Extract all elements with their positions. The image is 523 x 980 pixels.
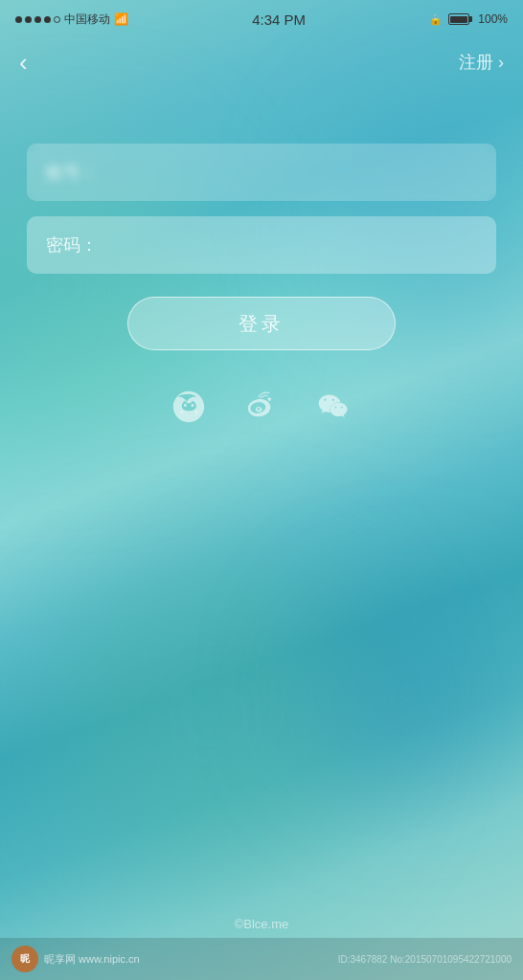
svg-point-1: [192, 404, 194, 408]
watermark-bar: 昵 昵享网 www.nipic.cn ID:3467882 No:2015070…: [0, 938, 523, 980]
wechat-login-button[interactable]: [312, 385, 356, 429]
battery-icon: [448, 13, 472, 25]
footer: ©Blce.me: [0, 915, 523, 932]
qq-icon: [171, 390, 206, 424]
login-btn-wrapper: 登录: [27, 297, 496, 350]
main-content: 账号： 密码： 登录: [0, 86, 523, 429]
wechat-icon: [317, 390, 352, 424]
status-left: 中国移动 📶: [15, 11, 128, 28]
account-input-wrapper: 账号：: [27, 144, 496, 201]
carrier-label: 中国移动: [64, 11, 110, 28]
weibo-login-button[interactable]: [239, 385, 284, 429]
watermark-logo: 昵 昵享网 www.nipic.cn: [11, 946, 140, 972]
svg-point-0: [184, 404, 187, 408]
account-input[interactable]: [27, 144, 496, 201]
account-field-group: 账号：: [27, 144, 496, 201]
weibo-icon: [244, 390, 279, 424]
nipic-label: 昵享网 www.nipic.cn: [44, 952, 140, 967]
signal-icon: [15, 16, 60, 23]
status-right: 🔒 100%: [429, 12, 508, 26]
password-field-group: 密码：: [27, 216, 496, 274]
time-display: 4:34 PM: [252, 11, 306, 28]
password-input[interactable]: [27, 216, 496, 274]
status-bar: 中国移动 📶 4:34 PM 🔒 100%: [0, 0, 523, 38]
lock-icon: 🔒: [429, 13, 443, 26]
copyright-text: ©Blce.me: [235, 917, 289, 931]
nipic-icon: 昵: [11, 946, 38, 972]
wifi-icon: 📶: [114, 12, 128, 26]
svg-point-2: [267, 397, 271, 401]
password-input-wrapper: 密码：: [27, 216, 496, 274]
nav-bar: ‹ 注册 ›: [0, 38, 523, 86]
qq-login-button[interactable]: [167, 385, 211, 429]
watermark-id: ID:3467882 No:20150701095422721000: [338, 954, 512, 965]
login-button[interactable]: 登录: [127, 297, 396, 350]
register-button[interactable]: 注册 ›: [459, 51, 504, 74]
social-icons: [27, 385, 496, 429]
battery-label: 100%: [478, 12, 508, 26]
back-button[interactable]: ‹: [19, 50, 28, 75]
